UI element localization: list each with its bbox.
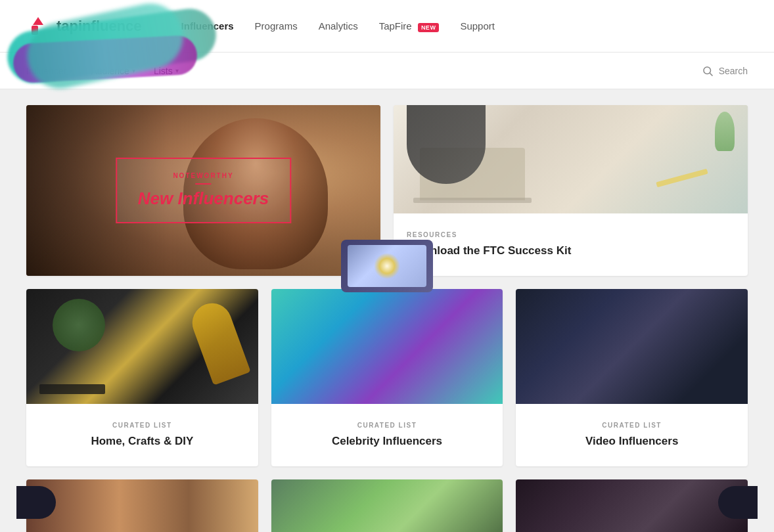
bottom-card-3[interactable] — [516, 479, 748, 532]
hero-overlay: NOTEWORTHY New Influencers — [116, 158, 291, 223]
celebrity-image — [271, 289, 503, 404]
nav-analytics[interactable]: Analytics — [319, 20, 358, 32]
tapfire-new-badge: NEW — [418, 23, 440, 32]
crafts-image — [26, 289, 258, 404]
video-category: CURATED LIST — [602, 422, 662, 429]
nav-programs[interactable]: Programs — [255, 20, 298, 32]
hero-border-box: NOTEWORTHY New Influencers — [116, 158, 291, 223]
crafts-title: Home, Crafts & DIY — [91, 434, 193, 449]
hero-tag: NOTEWORTHY — [138, 172, 269, 179]
celebrity-body: CURATED LIST Celebrity Influencers — [271, 404, 503, 466]
mid-row: CURATED LIST Home, Crafts & DIY CURATED … — [26, 289, 748, 466]
bottom-card-1[interactable] — [26, 479, 258, 532]
hero-title: New Influencers — [138, 188, 269, 209]
resource-title: Download the FTC Success Kit — [407, 244, 735, 258]
bottom-card-2[interactable] — [271, 479, 503, 532]
nav-support[interactable]: Support — [460, 20, 495, 32]
svg-point-1 — [704, 67, 711, 74]
celebrity-title: Celebrity Influencers — [332, 434, 442, 449]
hero-divider — [196, 183, 212, 185]
resource-body: RESOURCES Download the FTC Success Kit — [394, 213, 748, 276]
video-image — [516, 289, 748, 404]
crafts-category: CURATED LIST — [112, 422, 172, 429]
resource-card[interactable]: RESOURCES Download the FTC Success Kit — [394, 105, 748, 276]
bottom-row — [26, 479, 748, 532]
curated-card-crafts[interactable]: CURATED LIST Home, Crafts & DIY — [26, 289, 258, 466]
celebrity-category: CURATED LIST — [357, 422, 417, 429]
search-label: Search — [719, 66, 748, 76]
curated-card-video[interactable]: CURATED LIST Video Influencers — [516, 289, 748, 466]
main-nav: Influencers Programs Analytics TapFire N… — [181, 20, 495, 32]
video-title: Video Influencers — [585, 434, 678, 449]
svg-line-2 — [710, 73, 712, 76]
search-icon — [702, 65, 714, 77]
main-content: NOTEWORTHY New Influencers — [0, 89, 774, 532]
nav-tapfire[interactable]: TapFire NEW — [379, 20, 440, 32]
curated-card-celebrity[interactable]: CURATED LIST Celebrity Influencers — [271, 289, 503, 466]
video-body: CURATED LIST Video Influencers — [516, 404, 748, 466]
crafts-body: CURATED LIST Home, Crafts & DIY — [26, 404, 258, 466]
resource-category: RESOURCES — [407, 231, 735, 238]
hero-card[interactable]: NOTEWORTHY New Influencers — [26, 105, 380, 276]
resource-image — [394, 105, 748, 213]
search-area[interactable]: Search — [702, 65, 748, 77]
